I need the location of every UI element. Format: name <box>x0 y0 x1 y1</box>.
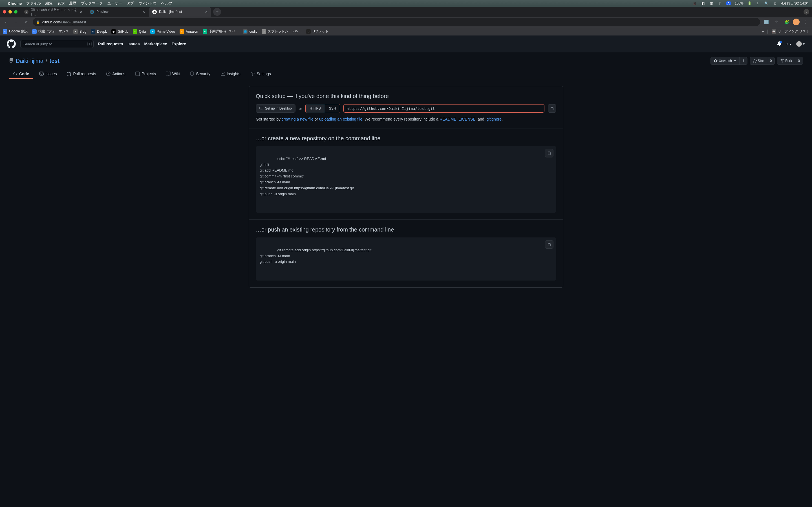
tab-code[interactable]: Code <box>9 69 33 79</box>
bookmark[interactable]: ◐GitHub <box>111 29 128 34</box>
bookmark[interactable]: aAmazon <box>180 29 198 34</box>
menu-item[interactable]: ファイル <box>26 1 41 6</box>
star-count[interactable]: 0 <box>767 57 775 64</box>
setup-desktop-button[interactable]: Set up in Desktop <box>256 104 296 113</box>
add-dropdown[interactable]: +▼ <box>786 42 792 46</box>
ime-indicator[interactable]: A <box>726 1 731 5</box>
copy-code-button[interactable] <box>545 149 553 158</box>
menu-icon[interactable]: ⋮ <box>802 18 810 26</box>
menu-item[interactable]: 編集 <box>45 1 53 6</box>
create-file-link[interactable]: creating a new file <box>282 117 313 121</box>
fork-count[interactable]: 0 <box>795 57 803 64</box>
profile-avatar[interactable] <box>793 18 800 25</box>
close-tab-icon[interactable]: × <box>205 10 207 14</box>
browser-tab[interactable]: 🌐 Preview × <box>86 7 148 17</box>
menu-item[interactable]: 表示 <box>57 1 64 6</box>
minimize-window[interactable] <box>8 10 12 13</box>
bookmarks-overflow[interactable]: » <box>762 30 764 34</box>
app-name[interactable]: Chrome <box>8 1 22 6</box>
browser-tab-active[interactable]: ◐ Daiki-Iijima/test × <box>149 7 211 17</box>
grid-icon[interactable]: ◫ <box>709 1 714 6</box>
push-repo-heading: …or push an existing repository from the… <box>256 226 556 233</box>
reading-list[interactable]: 📖リーディング リスト <box>772 29 809 34</box>
tab-wiki[interactable]: Wiki <box>162 69 184 79</box>
unwatch-button[interactable]: Unwatch▼ 1 <box>711 57 747 65</box>
fork-button[interactable]: Fork 0 <box>777 57 803 65</box>
watch-count[interactable]: 1 <box>739 57 747 64</box>
license-link[interactable]: LICENSE <box>459 117 476 121</box>
menu-item[interactable]: ユーザー <box>107 1 122 6</box>
bookmark[interactable]: ●Blog <box>73 29 86 34</box>
bookmark[interactable]: ●予約詳細(-) | スペ… <box>203 29 239 34</box>
menu-item[interactable]: タブ <box>126 1 134 6</box>
search-icon[interactable]: 🔍 <box>764 1 769 6</box>
nav-issues[interactable]: Issues <box>128 42 140 46</box>
browser-tab[interactable]: ● Git squashで複数のコミットを1… × <box>21 7 86 17</box>
back-button[interactable]: ← <box>2 18 10 26</box>
bookmark[interactable]: 🌐codic <box>243 29 257 34</box>
quick-setup-heading: Quick setup — if you've done this kind o… <box>256 93 556 100</box>
bookmark[interactable]: ▲スプレッドシートを… <box>262 29 302 34</box>
window-icon[interactable]: ◧ <box>701 1 705 6</box>
nav-pull-requests[interactable]: Pull requests <box>98 42 123 46</box>
close-tab-icon[interactable]: × <box>143 10 145 14</box>
maximize-window[interactable] <box>14 10 17 13</box>
ssh-button[interactable]: SSH <box>325 104 340 113</box>
tab-settings[interactable]: Settings <box>246 69 275 79</box>
create-code-block[interactable]: echo "# test" >> README.md git init git … <box>256 146 556 213</box>
bookmark[interactable]: QQiita <box>133 29 146 34</box>
menu-item[interactable]: 履歴 <box>69 1 77 6</box>
repo-name-link[interactable]: test <box>49 58 59 64</box>
bookmark[interactable]: GGoogle 翻訳 <box>3 29 28 34</box>
wifi-icon[interactable]: ᯤ <box>756 1 760 6</box>
clone-url-input[interactable]: https://github.com/Daiki-Iijima/test.git <box>343 104 545 113</box>
bookmark[interactable]: DDeepL <box>91 29 107 34</box>
svg-rect-3 <box>260 107 263 109</box>
copy-url-button[interactable] <box>548 104 556 113</box>
tab-insights[interactable]: Insights <box>216 69 244 79</box>
search-input[interactable]: Search or jump to... / <box>20 40 94 48</box>
star-icon[interactable]: ☆ <box>772 18 780 26</box>
nav-explore[interactable]: Explore <box>171 42 186 46</box>
https-button[interactable]: HTTPS <box>306 104 325 113</box>
nav-marketplace[interactable]: Marketplace <box>144 42 167 46</box>
close-window[interactable] <box>3 10 6 13</box>
tab-overflow-icon[interactable]: ⌄ <box>804 9 809 15</box>
tab-actions[interactable]: Actions <box>102 69 129 79</box>
menu-item[interactable]: ヘルプ <box>161 1 172 6</box>
tab-pull-requests[interactable]: Pull requests <box>63 69 100 79</box>
new-tab-button[interactable]: + <box>213 8 221 16</box>
address-bar[interactable]: 🔒 github.com/Daiki-Iijima/test <box>33 18 760 26</box>
translate-icon[interactable]: 🈁 <box>762 18 770 26</box>
tab-security[interactable]: Security <box>186 69 214 79</box>
profile-dropdown[interactable]: ▼ <box>796 41 805 47</box>
notifications-icon[interactable] <box>777 41 781 47</box>
copy-code-button[interactable] <box>545 240 553 249</box>
svg-rect-1 <box>136 72 140 76</box>
push-code-block[interactable]: git remote add origin https://github.com… <box>256 237 556 281</box>
datetime[interactable]: 4月13日(火) 14:04 <box>781 1 809 6</box>
battery-icon[interactable]: 🔋 <box>748 1 752 6</box>
reload-button[interactable]: ⟳ <box>22 18 31 26</box>
svg-rect-6 <box>548 243 551 246</box>
menu-item[interactable]: ウィンドウ <box>139 1 157 6</box>
url-path: /Daiki-Iijima/test <box>60 20 86 24</box>
bookmark[interactable]: ▶Prime Video <box>150 29 175 34</box>
bookmark[interactable]: UUフレット <box>306 29 328 34</box>
star-button[interactable]: Star 0 <box>750 57 775 65</box>
hat-icon[interactable]: 🎩 <box>693 1 697 6</box>
bluetooth-icon[interactable]: ᛒ <box>718 1 722 6</box>
menu-item[interactable]: ブックマーク <box>81 1 103 6</box>
repo-owner-link[interactable]: Daiki-Iijima <box>16 58 43 64</box>
lock-icon[interactable]: 🔒 <box>36 20 40 24</box>
tab-issues[interactable]: Issues <box>35 69 61 79</box>
close-tab-icon[interactable]: × <box>80 10 82 14</box>
github-logo[interactable] <box>7 40 16 48</box>
readme-link[interactable]: README <box>440 117 456 121</box>
tab-projects[interactable]: Projects <box>132 69 160 79</box>
control-center-icon[interactable]: ⎚ <box>773 1 777 6</box>
gitignore-link[interactable]: .gitignore <box>486 117 502 121</box>
upload-file-link[interactable]: uploading an existing file <box>319 117 362 121</box>
extensions-icon[interactable]: 🧩 <box>783 18 791 26</box>
bookmark[interactable]: G検索パフォーマンス <box>32 29 69 34</box>
